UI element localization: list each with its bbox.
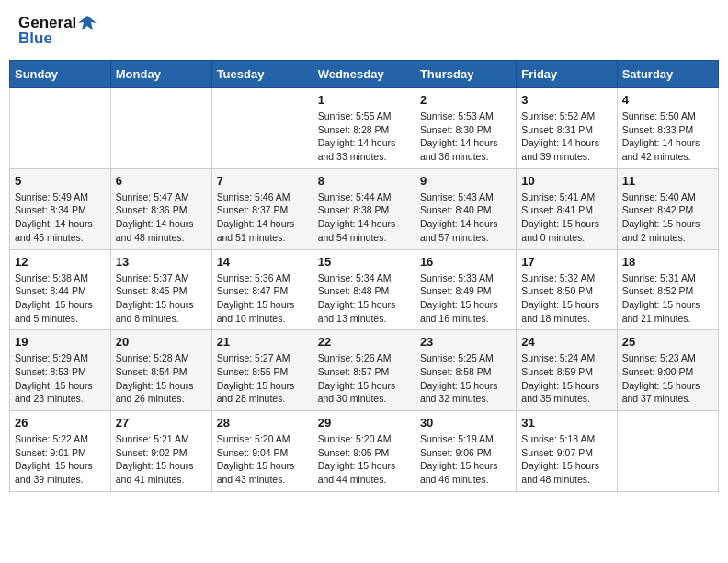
day-info: Sunrise: 5:29 AM Sunset: 8:53 PM Dayligh… (15, 351, 106, 406)
day-number: 22 (318, 335, 410, 349)
calendar-cell: 8Sunrise: 5:44 AM Sunset: 8:38 PM Daylig… (313, 168, 415, 249)
day-info: Sunrise: 5:40 AM Sunset: 8:42 PM Dayligh… (622, 190, 713, 245)
day-number: 14 (217, 255, 308, 269)
day-number: 19 (15, 335, 106, 349)
day-number: 1 (318, 93, 410, 107)
week-row-1: 5Sunrise: 5:49 AM Sunset: 8:34 PM Daylig… (10, 168, 719, 249)
day-info: Sunrise: 5:50 AM Sunset: 8:33 PM Dayligh… (622, 109, 713, 164)
calendar-cell: 21Sunrise: 5:27 AM Sunset: 8:55 PM Dayli… (211, 330, 313, 411)
day-number: 20 (116, 335, 207, 349)
day-number: 30 (420, 416, 511, 430)
header-wednesday: Wednesday (313, 61, 415, 88)
day-number: 24 (521, 335, 611, 349)
day-info: Sunrise: 5:38 AM Sunset: 8:44 PM Dayligh… (15, 271, 106, 326)
calendar-table: SundayMondayTuesdayWednesdayThursdayFrid… (9, 60, 719, 492)
calendar-cell: 2Sunrise: 5:53 AM Sunset: 8:30 PM Daylig… (415, 88, 516, 169)
calendar-cell: 17Sunrise: 5:32 AM Sunset: 8:50 PM Dayli… (517, 249, 617, 330)
week-row-3: 19Sunrise: 5:29 AM Sunset: 8:53 PM Dayli… (10, 330, 719, 411)
day-number: 21 (217, 335, 308, 349)
day-info: Sunrise: 5:18 AM Sunset: 9:07 PM Dayligh… (521, 432, 611, 487)
day-info: Sunrise: 5:41 AM Sunset: 8:41 PM Dayligh… (521, 190, 611, 245)
day-number: 27 (116, 416, 207, 430)
day-info: Sunrise: 5:49 AM Sunset: 8:34 PM Dayligh… (15, 190, 106, 245)
calendar-cell: 14Sunrise: 5:36 AM Sunset: 8:47 PM Dayli… (211, 249, 313, 330)
day-info: Sunrise: 5:46 AM Sunset: 8:37 PM Dayligh… (217, 190, 308, 245)
header-saturday: Saturday (617, 61, 718, 88)
day-info: Sunrise: 5:22 AM Sunset: 9:01 PM Dayligh… (15, 432, 106, 487)
day-info: Sunrise: 5:28 AM Sunset: 8:54 PM Dayligh… (116, 351, 207, 406)
calendar-cell (617, 411, 718, 492)
calendar-cell: 15Sunrise: 5:34 AM Sunset: 8:48 PM Dayli… (313, 249, 415, 330)
day-info: Sunrise: 5:43 AM Sunset: 8:40 PM Dayligh… (420, 190, 511, 245)
day-info: Sunrise: 5:25 AM Sunset: 8:58 PM Dayligh… (420, 351, 511, 406)
calendar-cell: 29Sunrise: 5:20 AM Sunset: 9:05 PM Dayli… (313, 411, 415, 492)
week-row-2: 12Sunrise: 5:38 AM Sunset: 8:44 PM Dayli… (10, 249, 719, 330)
day-number: 31 (521, 416, 611, 430)
calendar-cell: 12Sunrise: 5:38 AM Sunset: 8:44 PM Dayli… (10, 249, 111, 330)
day-info: Sunrise: 5:53 AM Sunset: 8:30 PM Dayligh… (420, 109, 511, 164)
day-info: Sunrise: 5:19 AM Sunset: 9:06 PM Dayligh… (420, 432, 511, 487)
calendar-cell: 28Sunrise: 5:20 AM Sunset: 9:04 PM Dayli… (211, 411, 313, 492)
day-info: Sunrise: 5:37 AM Sunset: 8:45 PM Dayligh… (116, 271, 207, 326)
logo: General Blue (18, 14, 97, 48)
calendar-cell: 9Sunrise: 5:43 AM Sunset: 8:40 PM Daylig… (415, 168, 516, 249)
day-number: 13 (116, 255, 207, 269)
calendar-cell: 5Sunrise: 5:49 AM Sunset: 8:34 PM Daylig… (10, 168, 111, 249)
calendar-cell: 11Sunrise: 5:40 AM Sunset: 8:42 PM Dayli… (617, 168, 718, 249)
calendar-cell: 30Sunrise: 5:19 AM Sunset: 9:06 PM Dayli… (415, 411, 516, 492)
calendar-cell: 7Sunrise: 5:46 AM Sunset: 8:37 PM Daylig… (211, 168, 313, 249)
calendar-cell: 31Sunrise: 5:18 AM Sunset: 9:07 PM Dayli… (517, 411, 617, 492)
calendar-cell: 16Sunrise: 5:33 AM Sunset: 8:49 PM Dayli… (415, 249, 516, 330)
header-tuesday: Tuesday (211, 61, 313, 88)
day-info: Sunrise: 5:47 AM Sunset: 8:36 PM Dayligh… (116, 190, 207, 245)
calendar-cell: 4Sunrise: 5:50 AM Sunset: 8:33 PM Daylig… (617, 88, 718, 169)
day-info: Sunrise: 5:34 AM Sunset: 8:48 PM Dayligh… (318, 271, 410, 326)
day-number: 8 (318, 174, 410, 188)
calendar-cell: 27Sunrise: 5:21 AM Sunset: 9:02 PM Dayli… (110, 411, 211, 492)
days-header-row: SundayMondayTuesdayWednesdayThursdayFrid… (10, 61, 719, 88)
day-number: 7 (217, 174, 308, 188)
day-number: 2 (420, 93, 511, 107)
day-number: 23 (420, 335, 511, 349)
day-info: Sunrise: 5:23 AM Sunset: 9:00 PM Dayligh… (622, 351, 713, 406)
day-info: Sunrise: 5:32 AM Sunset: 8:50 PM Dayligh… (521, 271, 611, 326)
day-info: Sunrise: 5:36 AM Sunset: 8:47 PM Dayligh… (217, 271, 308, 326)
header-sunday: Sunday (10, 61, 111, 88)
day-number: 15 (318, 255, 410, 269)
day-number: 6 (116, 174, 207, 188)
calendar-cell: 22Sunrise: 5:26 AM Sunset: 8:57 PM Dayli… (313, 330, 415, 411)
day-info: Sunrise: 5:55 AM Sunset: 8:28 PM Dayligh… (318, 109, 410, 164)
calendar-cell: 6Sunrise: 5:47 AM Sunset: 8:36 PM Daylig… (110, 168, 211, 249)
calendar-cell (110, 88, 211, 169)
day-info: Sunrise: 5:21 AM Sunset: 9:02 PM Dayligh… (116, 432, 207, 487)
calendar-cell (211, 88, 313, 169)
calendar-cell: 23Sunrise: 5:25 AM Sunset: 8:58 PM Dayli… (415, 330, 516, 411)
calendar-cell: 13Sunrise: 5:37 AM Sunset: 8:45 PM Dayli… (110, 249, 211, 330)
day-number: 18 (622, 255, 713, 269)
day-info: Sunrise: 5:26 AM Sunset: 8:57 PM Dayligh… (318, 351, 410, 406)
calendar-cell: 1Sunrise: 5:55 AM Sunset: 8:28 PM Daylig… (313, 88, 415, 169)
week-row-4: 26Sunrise: 5:22 AM Sunset: 9:01 PM Dayli… (10, 411, 719, 492)
day-number: 10 (521, 174, 611, 188)
calendar-cell (10, 88, 111, 169)
logo-wing-icon (78, 14, 97, 32)
day-number: 3 (521, 93, 611, 107)
calendar-cell: 18Sunrise: 5:31 AM Sunset: 8:52 PM Dayli… (617, 249, 718, 330)
day-number: 16 (420, 255, 511, 269)
day-number: 11 (622, 174, 713, 188)
day-number: 28 (217, 416, 308, 430)
day-number: 12 (15, 255, 106, 269)
day-info: Sunrise: 5:27 AM Sunset: 8:55 PM Dayligh… (217, 351, 308, 406)
day-number: 5 (15, 174, 106, 188)
day-number: 26 (15, 416, 106, 430)
day-number: 4 (622, 93, 713, 107)
day-number: 9 (420, 174, 511, 188)
day-info: Sunrise: 5:44 AM Sunset: 8:38 PM Dayligh… (318, 190, 410, 245)
day-info: Sunrise: 5:20 AM Sunset: 9:05 PM Dayligh… (318, 432, 410, 487)
header-monday: Monday (110, 61, 211, 88)
calendar-cell: 3Sunrise: 5:52 AM Sunset: 8:31 PM Daylig… (517, 88, 617, 169)
calendar-cell: 10Sunrise: 5:41 AM Sunset: 8:41 PM Dayli… (517, 168, 617, 249)
day-info: Sunrise: 5:20 AM Sunset: 9:04 PM Dayligh… (217, 432, 308, 487)
calendar-cell: 20Sunrise: 5:28 AM Sunset: 8:54 PM Dayli… (110, 330, 211, 411)
day-info: Sunrise: 5:33 AM Sunset: 8:49 PM Dayligh… (420, 271, 511, 326)
